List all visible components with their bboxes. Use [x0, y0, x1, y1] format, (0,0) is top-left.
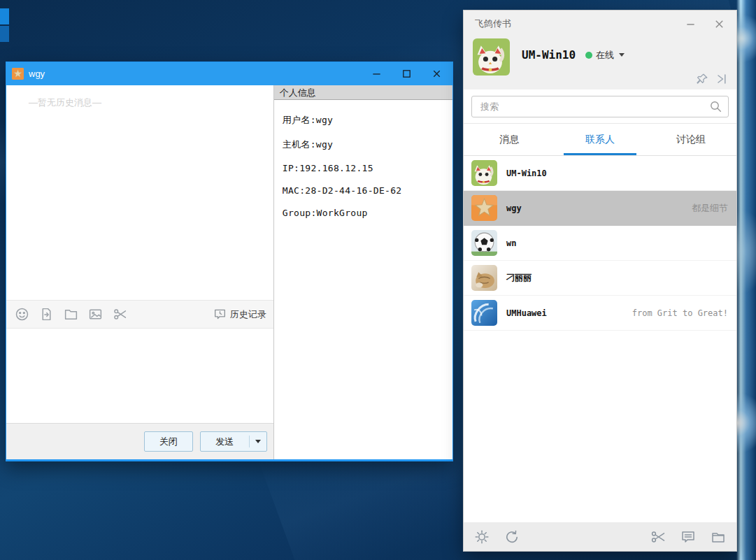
desktop-background: wgy —暂无历史消息— [0, 0, 756, 560]
search-icon[interactable] [709, 100, 722, 113]
folder-icon[interactable] [64, 307, 78, 322]
contact-name: UMHuawei [506, 308, 547, 318]
personal-info-panel: 个人信息 用户名:wgy 主机名:wgy IP:192.168.12.15 MA… [273, 85, 452, 459]
settings-icon[interactable] [474, 529, 490, 545]
chevron-down-icon [619, 53, 625, 57]
close-button[interactable] [713, 18, 725, 30]
tab-contacts[interactable]: 联系人 [555, 124, 646, 155]
soccer-ball-avatar [471, 230, 497, 256]
screenshot-icon[interactable] [650, 529, 666, 545]
close-chat-button[interactable]: 关闭 [144, 431, 193, 452]
contact-name: wgy [506, 203, 522, 213]
maximize-button[interactable] [401, 68, 413, 80]
message-history-area: —暂无历史消息— [6, 85, 273, 300]
history-bubble-icon [213, 308, 227, 321]
tab-groups-label: 讨论组 [676, 134, 706, 146]
tab-contacts-label: 联系人 [585, 134, 615, 146]
contact-row-wn[interactable]: wn [464, 226, 736, 261]
contact-name: UM-Win10 [506, 168, 547, 178]
messenger-main-window: 飞鸽传书 UM-Win10 在线 [463, 10, 737, 552]
personal-info-header: 个人信息 [274, 85, 452, 100]
emoji-icon[interactable] [15, 307, 29, 322]
send-button[interactable]: 发送 [200, 431, 267, 452]
chat-footer: 关闭 发送 [6, 423, 273, 459]
wallpaper-light-beam [736, 0, 756, 560]
file-manager-icon[interactable] [711, 529, 726, 545]
chat-window-titlebar[interactable]: wgy [6, 62, 452, 85]
send-file-icon[interactable] [39, 307, 54, 322]
close-chat-label: 关闭 [159, 436, 178, 448]
tab-messages[interactable]: 消息 [464, 124, 555, 155]
contact-signature: from Grit to Great! [632, 308, 728, 318]
pin-icon[interactable] [696, 73, 708, 85]
contact-row-um-win10[interactable]: UM-Win10 [464, 156, 736, 191]
image-icon[interactable] [88, 307, 103, 322]
send-label: 发送 [201, 436, 249, 448]
history-records-button[interactable]: 历史记录 [213, 308, 266, 321]
history-records-label: 历史记录 [230, 308, 266, 321]
search-section [464, 89, 736, 123]
contact-list-empty-area [464, 331, 736, 522]
refresh-icon[interactable] [504, 529, 520, 545]
contact-row-wgy[interactable]: wgy 都是细节 [464, 191, 736, 226]
tab-messages-label: 消息 [499, 134, 519, 146]
avatar[interactable] [473, 38, 510, 76]
message-input-area[interactable] [6, 329, 273, 423]
bottom-toolbar [464, 522, 736, 551]
chat-window-title: wgy [29, 69, 45, 79]
tab-bar: 消息 联系人 讨论组 [464, 123, 736, 156]
screenshot-icon[interactable] [113, 307, 127, 322]
profile-name: UM-Win10 [522, 48, 576, 62]
message-icon[interactable] [680, 529, 696, 545]
chat-window: wgy —暂无历史消息— [6, 62, 453, 461]
starfish-app-icon [12, 68, 24, 80]
main-window-titlebar[interactable]: 飞鸽传书 [464, 10, 736, 37]
chat-toolbar: 历史记录 [6, 300, 273, 329]
contact-signature: 都是细节 [692, 202, 728, 215]
info-field-mac: MAC:28-D2-44-16-DE-62 [283, 185, 452, 196]
starfish-avatar [471, 195, 497, 221]
online-status-dot [585, 52, 592, 59]
minimize-button[interactable] [685, 18, 697, 30]
close-button[interactable] [431, 68, 443, 80]
info-field-username: 用户名:wgy [283, 114, 452, 127]
minimize-button[interactable] [371, 68, 383, 80]
main-window-title: 飞鸽传书 [475, 17, 511, 30]
status-label: 在线 [596, 49, 614, 62]
tab-groups[interactable]: 讨论组 [646, 124, 736, 155]
no-history-placeholder: —暂无历史消息— [29, 96, 273, 109]
send-options-dropdown[interactable] [250, 440, 266, 443]
collapse-panel-icon[interactable] [715, 73, 728, 85]
kitten-avatar [471, 265, 497, 291]
contact-name: wn [506, 238, 516, 248]
status-selector[interactable]: 在线 [585, 49, 625, 62]
wallpaper-edge-glow [0, 26, 9, 42]
info-field-hostname: 主机名:wgy [283, 138, 452, 151]
info-field-ip: IP:192.168.12.15 [283, 163, 452, 173]
contact-name: 刁丽丽 [506, 272, 532, 284]
blue-scenery-avatar [471, 300, 497, 326]
contact-row-diaolili[interactable]: 刁丽丽 [464, 261, 736, 296]
wallpaper-edge-glow [0, 8, 9, 24]
search-input[interactable] [471, 96, 729, 117]
contact-list: UM-Win10 wgy 都是细节 wn 刁丽丽 [464, 156, 736, 331]
profile-section: UM-Win10 在线 [464, 37, 736, 89]
chevron-down-icon [255, 440, 261, 443]
contact-row-umhuawei[interactable]: UMHuawei from Grit to Great! [464, 296, 736, 331]
info-field-group: Group:WorkGroup [283, 208, 452, 218]
lucky-cat-avatar [471, 160, 497, 186]
